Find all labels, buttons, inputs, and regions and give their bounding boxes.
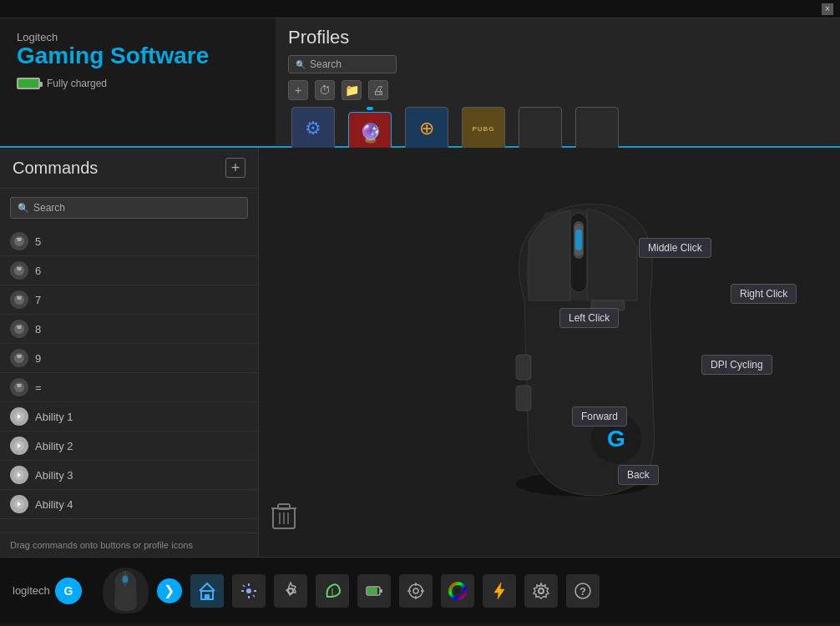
svg-line-39: [253, 595, 255, 597]
command-item-7[interactable]: 7: [0, 285, 258, 315]
delete-button[interactable]: [271, 502, 301, 532]
commands-header: Commands +: [0, 148, 258, 189]
bottom-icon-settings[interactable]: [274, 574, 307, 608]
sparkle-icon: [240, 582, 258, 600]
command-label-ability3: Ability 3: [35, 469, 73, 482]
profile-icon-default: ⚙: [291, 107, 335, 150]
bottom-icon-color[interactable]: [441, 574, 474, 608]
trash-icon: [271, 502, 296, 532]
command-icon-6: [10, 261, 28, 280]
svg-rect-44: [367, 588, 377, 594]
profile-icon-pubg: PUBG: [462, 107, 505, 150]
bottom-icon-advanced[interactable]: [524, 574, 558, 608]
left-click-label[interactable]: Left Click: [559, 308, 619, 328]
svg-text:?: ?: [579, 585, 586, 598]
commands-title: Commands: [13, 159, 98, 178]
command-icon-ability3: [10, 466, 28, 484]
right-click-label[interactable]: Right Click: [731, 284, 797, 304]
command-item-8[interactable]: 8: [0, 315, 258, 344]
print-button[interactable]: 🖨: [368, 80, 388, 100]
command-label-ability1: Ability 1: [35, 411, 73, 423]
profiles-search-box[interactable]: 🔍 Search: [288, 55, 397, 73]
battery-status-icon: [365, 582, 383, 600]
search-commands-placeholder: Search: [33, 202, 65, 214]
close-button[interactable]: ×: [822, 3, 833, 15]
bottom-bar: logitech G ❯: [0, 557, 840, 623]
bottom-icon-macro[interactable]: [483, 574, 516, 608]
svg-point-45: [409, 584, 423, 598]
bottom-icon-effects[interactable]: [232, 574, 266, 608]
bottom-icon-dpi[interactable]: [399, 574, 433, 608]
leaf-icon: [323, 582, 342, 600]
command-icon-5: [10, 232, 28, 250]
bottom-icon-help[interactable]: ?: [566, 574, 600, 608]
mouse-mini-icon[interactable]: [103, 568, 149, 613]
svg-line-38: [243, 585, 245, 587]
profiles-search-row: 🔍 Search: [288, 55, 827, 73]
gear-icon: [532, 582, 550, 600]
command-label-ability4: Ability 4: [35, 498, 73, 511]
svg-point-52: [455, 588, 460, 593]
bottom-icon-power[interactable]: [357, 574, 391, 608]
profile-icon-overwatch: ⊕: [405, 107, 448, 150]
add-profile-button[interactable]: +: [288, 80, 308, 100]
history-button[interactable]: ⏱: [315, 80, 335, 100]
profile-active-indicator: [367, 107, 373, 110]
command-item-ability4[interactable]: Ability 4: [0, 490, 258, 519]
profiles-toolbar: + ⏱ 📁 🖨: [288, 80, 827, 100]
color-wheel-icon: [448, 582, 467, 600]
logo-g-badge: G: [55, 578, 82, 604]
command-label-6: 6: [35, 265, 41, 277]
middle-click-label[interactable]: Middle Click: [639, 238, 711, 258]
bottom-icon-lighting[interactable]: [316, 574, 349, 608]
command-item-ability1[interactable]: Ability 1: [0, 402, 258, 432]
profile-icon-blank1: [519, 107, 562, 150]
home-icon: [198, 582, 216, 600]
command-item-eq[interactable]: =: [0, 373, 258, 402]
forward-label[interactable]: Forward: [572, 406, 627, 427]
search-commands-icon: 🔍: [18, 203, 29, 214]
profiles-title: Profiles: [288, 27, 827, 48]
command-item-9[interactable]: 9: [0, 344, 258, 373]
logo-text: logitech: [13, 584, 50, 597]
svg-text:G: G: [63, 584, 73, 598]
search-commands-box[interactable]: 🔍 Search: [10, 197, 248, 219]
app-title: Gaming Software: [17, 43, 259, 69]
mouse-mini-svg: [111, 570, 140, 612]
profile-item-blank2[interactable]: [572, 107, 622, 150]
command-label-eq: =: [35, 381, 42, 394]
main-area: Commands + 🔍 Search 5 6: [0, 148, 840, 557]
folder-button[interactable]: 📁: [342, 80, 362, 100]
command-item-ability3[interactable]: Ability 3: [0, 461, 258, 490]
svg-point-46: [413, 588, 418, 593]
add-command-button[interactable]: +: [225, 158, 245, 178]
crosshair-icon: [407, 582, 425, 600]
profile-item-blank1[interactable]: [515, 107, 565, 150]
lightning-icon: [490, 582, 509, 600]
logitech-brand: Logitech: [17, 31, 259, 43]
profile-icon-blank2: [575, 107, 619, 150]
dpi-cycling-label[interactable]: DPI Cycling: [701, 355, 772, 375]
branding-panel: Logitech Gaming Software Fully charged: [0, 18, 276, 146]
command-item-5[interactable]: 5: [0, 227, 258, 256]
logitech-g-icon: G: [58, 581, 78, 601]
logitech-logo: logitech G: [13, 578, 82, 604]
nav-next-button[interactable]: ❯: [157, 578, 182, 603]
settings-icon: [281, 582, 300, 600]
command-icon-ability1: [10, 407, 28, 426]
title-bar: ×: [0, 0, 840, 18]
svg-rect-43: [380, 589, 382, 593]
svg-rect-16: [516, 386, 531, 411]
command-item-ability2[interactable]: Ability 2: [0, 432, 258, 461]
command-item-6[interactable]: 6: [0, 256, 258, 285]
command-icon-ability4: [10, 495, 28, 513]
command-icon-eq: [10, 378, 28, 396]
svg-point-53: [539, 588, 544, 593]
svg-point-33: [246, 588, 251, 593]
command-label-5: 5: [35, 235, 41, 248]
back-label[interactable]: Back: [618, 465, 659, 485]
bottom-icon-home[interactable]: [190, 574, 224, 608]
battery-status: Fully charged: [47, 78, 107, 89]
profiles-section: Profiles 🔍 Search + ⏱ 📁 🖨 ⚙ Default Prof…: [276, 18, 840, 146]
command-label-ability2: Ability 2: [35, 440, 73, 452]
